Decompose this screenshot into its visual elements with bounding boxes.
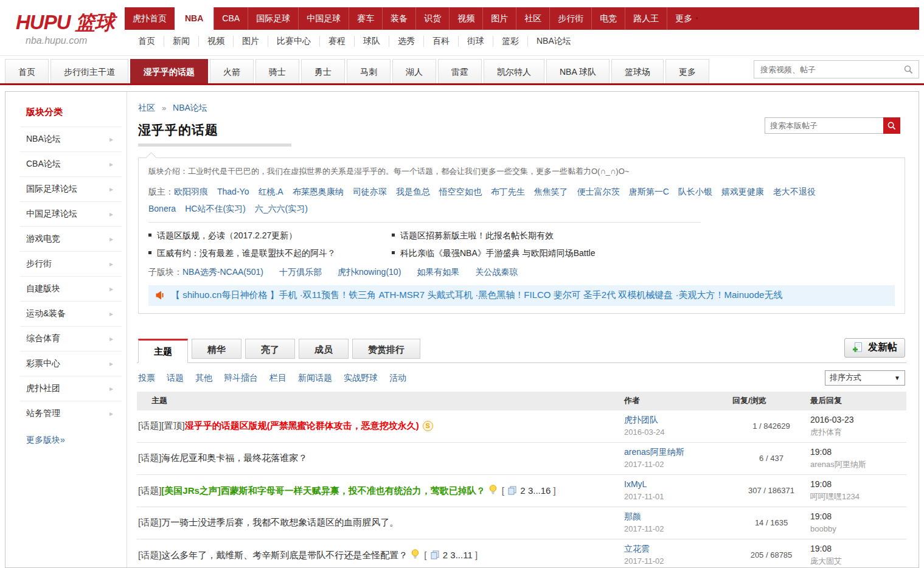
sidebar-item-11[interactable]: 站务管理▸ [20, 401, 122, 426]
secondary-nav-item-3[interactable]: 图片 [233, 36, 268, 47]
top-nav-item-4[interactable]: 中国足球 [298, 7, 349, 30]
new-post-button[interactable]: 发新帖 [844, 338, 905, 358]
board-nav-item-8[interactable]: 雷霆 [438, 59, 482, 83]
moderator-link-8[interactable]: 焦焦笑了 [534, 187, 568, 196]
subboard-link-4[interactable]: 关公战秦琼 [475, 267, 518, 277]
board-nav-item-9[interactable]: 凯尔特人 [484, 59, 544, 83]
announcement-link-3[interactable]: 科比亲临《最强NBA》手游盛典 与欧阳靖同场Battle [400, 248, 595, 258]
secondary-nav-item-2[interactable]: 视频 [198, 36, 233, 47]
moderator-link-4[interactable]: 司徒亦琛 [353, 187, 387, 196]
board-nav-item-4[interactable]: 骑士 [255, 59, 299, 83]
filter-link-4[interactable]: 栏目 [269, 373, 287, 383]
board-search-button[interactable] [883, 117, 900, 134]
thread-title-link[interactable]: 万一骑士没进季后赛，我都不敢想象话题区的血雨腥风了。 [161, 517, 398, 527]
sort-dropdown[interactable]: 排序方式 ▼ [825, 370, 905, 386]
filter-link-0[interactable]: 投票 [138, 373, 155, 383]
subboard-link-3[interactable]: 如果有如果 [417, 267, 459, 277]
sidebar-item-4[interactable]: 游戏电竞▸ [20, 226, 122, 251]
sidebar-item-9[interactable]: 彩票中心▸ [20, 351, 122, 376]
announcement-link-1[interactable]: 话题区招募新版主啦！此报名帖长期有效 [400, 230, 554, 240]
filter-link-3[interactable]: 辩斗擂台 [224, 373, 258, 383]
pagination-links[interactable]: 2 3...11 [440, 550, 475, 560]
board-nav-item-11[interactable]: 篮球场 [611, 59, 664, 83]
secondary-nav-item-1[interactable]: 新闻 [164, 36, 198, 47]
moderator-link-13[interactable]: 老大不退役 [773, 187, 816, 196]
breadcrumb-nba-forum[interactable]: NBA论坛 [173, 103, 207, 113]
top-nav-item-10[interactable]: 社区 [516, 7, 549, 30]
sidebar-item-3[interactable]: 中国足球论坛▸ [20, 201, 122, 226]
moderator-link-12[interactable]: 嬉戏更健康 [721, 187, 764, 196]
top-nav-item-6[interactable]: 装备 [382, 7, 415, 30]
board-search-input[interactable] [765, 117, 883, 134]
last-reply-user[interactable]: boobby [810, 523, 906, 535]
filter-link-5[interactable]: 新闻话题 [298, 373, 332, 383]
last-reply-user[interactable]: 虎扑体育 [810, 426, 906, 438]
sidebar-item-1[interactable]: CBA论坛▸ [20, 151, 122, 176]
tab-1[interactable]: 精华 [192, 339, 241, 359]
moderator-link-7[interactable]: 布丁先生 [491, 187, 525, 196]
board-nav-item-5[interactable]: 勇士 [301, 59, 345, 83]
announcement-link-2[interactable]: 匡威有约：没有最差，谁是联盟扶不起的阿斗？ [157, 248, 336, 258]
moderator-link-2[interactable]: 红桃.A [258, 187, 283, 196]
secondary-nav-item-9[interactable]: 街球 [458, 36, 493, 47]
pagination-links[interactable]: 2 3...16 [518, 485, 553, 496]
secondary-nav-item-11[interactable]: NBA论坛 [527, 36, 580, 47]
filter-link-2[interactable]: 其他 [195, 373, 212, 383]
board-nav-item-3[interactable]: 火箭 [210, 59, 254, 83]
board-nav-item-1[interactable]: 步行街主干道 [50, 59, 128, 83]
top-nav-item-2[interactable]: CBA [214, 7, 248, 30]
top-nav-item-5[interactable]: 赛车 [349, 7, 382, 30]
sidebar-more-link[interactable]: 更多版块» [26, 435, 65, 446]
moderator-link-16[interactable]: 六_六六(实习) [255, 204, 308, 213]
moderator-link-0[interactable]: 欧阳羽痕 [174, 187, 208, 196]
secondary-nav-item-6[interactable]: 球队 [354, 36, 389, 47]
sidebar-item-8[interactable]: 综合体育▸ [20, 326, 122, 351]
secondary-nav-item-5[interactable]: 赛程 [319, 36, 354, 47]
top-nav-item-8[interactable]: 视频 [449, 7, 482, 30]
tab-4[interactable]: 赞赏排行 [352, 339, 420, 359]
moderator-link-10[interactable]: 唐斯第一C [629, 187, 669, 196]
thread-title-link[interactable]: 海佐尼亚和奥卡福，最终花落谁家？ [161, 452, 307, 463]
announcement-link-0[interactable]: 话题区版规，必读（2017.2.27更新） [157, 230, 297, 240]
sidebar-item-5[interactable]: 步行街▸ [20, 251, 122, 276]
author-link[interactable]: 立花雲 [624, 542, 732, 555]
moderator-link-14[interactable]: Bonera [148, 204, 176, 213]
top-nav-item-0[interactable]: 虎扑首页 [125, 7, 175, 30]
top-nav-item-7[interactable]: 识货 [415, 7, 449, 30]
last-reply-user[interactable]: 呵呵嘿嘿1234 [810, 491, 906, 503]
author-link[interactable]: IxMyL [624, 478, 732, 491]
board-nav-item-0[interactable]: 首页 [5, 59, 49, 83]
site-search-input[interactable] [754, 65, 898, 74]
moderator-link-11[interactable]: 队长小银 [678, 187, 712, 196]
moderator-link-5[interactable]: 我是鱼总 [396, 187, 430, 196]
thread-title-link[interactable]: 这么多年了，戴维斯、考辛斯到底是带队不行还是全怪配置？ [161, 550, 408, 560]
moderator-link-15[interactable]: HC站不住(实习) [185, 204, 246, 213]
author-link[interactable]: arenas阿里纳斯 [624, 446, 732, 459]
moderator-link-6[interactable]: 悟空空如也 [439, 187, 482, 196]
sidebar-item-7[interactable]: 运动&装备▸ [20, 301, 122, 326]
board-nav-item-2[interactable]: 湿乎乎的话题 [130, 59, 208, 83]
sidebar-item-2[interactable]: 国际足球论坛▸ [20, 176, 122, 201]
thread-title-link[interactable]: [美国JRs之声]西蒙斯和字母哥一样天赋异禀，投不准也有统治力，莺歌已掉队？ [161, 485, 485, 496]
top-nav-item-11[interactable]: 步行街 [549, 7, 591, 30]
author-link[interactable]: 虎扑团队 [624, 414, 732, 426]
sidebar-item-6[interactable]: 自建版块▸ [20, 276, 122, 301]
ticker-link[interactable]: 【 shihuo.cn每日神价格 】手机 ·双11预售！铁三角 ATH-MSR7… [171, 289, 782, 301]
tab-0[interactable]: 主题 [138, 339, 188, 363]
search-icon[interactable] [898, 61, 919, 78]
moderator-link-1[interactable]: Thad-Yo [217, 187, 249, 196]
top-nav-item-3[interactable]: 国际足球 [248, 7, 298, 30]
sidebar-item-0[interactable]: NBA论坛▸ [20, 126, 122, 151]
top-nav-item-9[interactable]: 图片 [482, 7, 516, 30]
author-link[interactable]: 那颜 [624, 510, 732, 523]
top-nav-item-1[interactable]: NBA [175, 7, 214, 30]
secondary-nav-item-4[interactable]: 比赛中心 [268, 36, 319, 47]
filter-link-1[interactable]: 话题 [167, 373, 184, 383]
filter-link-6[interactable]: 实战野球 [344, 373, 378, 383]
last-reply-user[interactable]: arenas阿里纳斯 [810, 459, 906, 471]
tab-3[interactable]: 成员 [299, 339, 349, 359]
sidebar-item-10[interactable]: 虎扑社团▸ [20, 376, 122, 401]
secondary-nav-item-7[interactable]: 选秀 [389, 36, 423, 47]
secondary-nav-item-0[interactable]: 首页 [130, 36, 164, 47]
top-nav-item-12[interactable]: 电竞 [591, 7, 625, 30]
